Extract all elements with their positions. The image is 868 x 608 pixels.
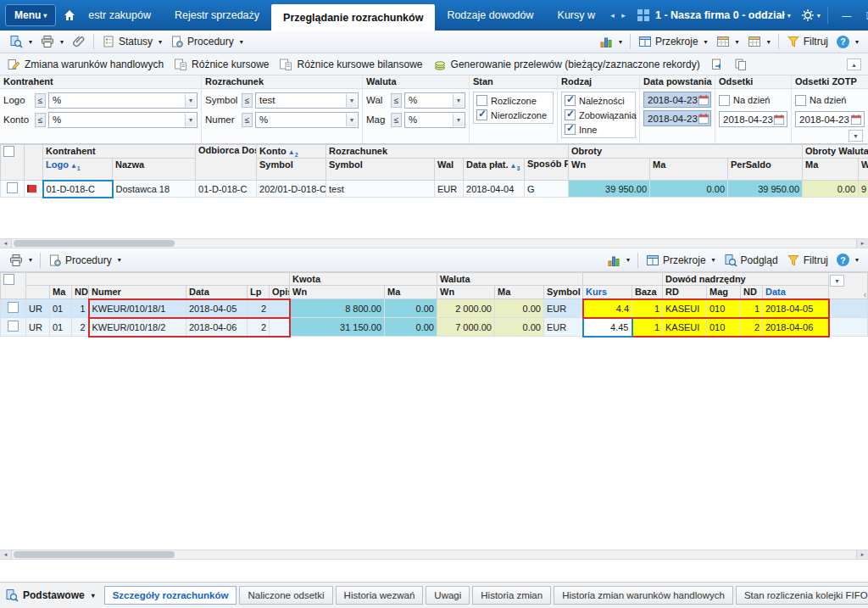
cell-sposob[interactable]: G	[525, 181, 569, 198]
cell-waluta-ma[interactable]: 0.00	[803, 181, 859, 198]
group-obroty-waluta[interactable]: Obroty Waluta	[803, 145, 868, 159]
chevron-down-icon[interactable]	[453, 114, 464, 126]
odsetki-date-field[interactable]: 2018-04-23	[719, 111, 787, 127]
col-lp[interactable]: Lp	[248, 286, 270, 299]
col-kwota-wn[interactable]: Wn	[290, 286, 385, 299]
logo-filter-select[interactable]: %	[48, 92, 198, 109]
minimize-button[interactable]	[835, 4, 859, 26]
przekroje-button[interactable]: Przekroje	[642, 252, 720, 269]
group-dowod-nadrzedny[interactable]: Dowód nadrzędny	[663, 273, 829, 286]
zotp-date-field[interactable]: 2018-04-23	[795, 111, 865, 127]
collapse-filter-button[interactable]	[849, 130, 863, 142]
calendar-icon[interactable]	[698, 94, 709, 106]
scroll-left-icon[interactable]	[0, 550, 12, 559]
cell-dowod-nd[interactable]: 1	[741, 299, 763, 318]
views-button[interactable]	[743, 33, 775, 50]
cell-symbol[interactable]: test	[326, 181, 435, 198]
logo-operator-button[interactable]: ≤	[35, 93, 46, 108]
collapse-grid-filter-button[interactable]	[830, 275, 844, 287]
chevron-left-icon[interactable]	[864, 290, 866, 299]
generowanie-przelewow-button[interactable]: Generowanie przelewów (bieżący/zaznaczon…	[433, 58, 700, 71]
checkbox[interactable]	[8, 321, 19, 332]
cell-kwota-wn[interactable]: 31 150.00	[290, 318, 385, 337]
cell-nd[interactable]: 2	[72, 318, 89, 337]
col-obroty-ma[interactable]: Ma	[650, 159, 728, 181]
col-wal[interactable]: Wal	[435, 159, 464, 181]
col-nd[interactable]: ND	[72, 286, 89, 299]
flag-cell[interactable]	[25, 181, 43, 198]
col-data2[interactable]: Data	[763, 286, 829, 299]
group-konto[interactable]: Konto2	[257, 145, 326, 159]
nierozliczone-checkbox-row[interactable]: Nierozliczone	[476, 109, 550, 121]
przekroje-button[interactable]: Przekroje	[634, 33, 712, 50]
scroll-right-icon[interactable]	[856, 550, 868, 559]
col-mag[interactable]: Mag	[707, 286, 741, 299]
odsetki-na-dzien-checkbox[interactable]	[719, 95, 730, 106]
tab-scroll-right-icon[interactable]	[618, 0, 629, 31]
zobowiazania-checkbox-row[interactable]: Zobowiązania	[565, 109, 632, 121]
inne-checkbox-row[interactable]: Inne	[565, 123, 632, 136]
odsetki-na-dzien-row[interactable]: Na dzień	[719, 92, 787, 109]
cell-obroty-ma[interactable]: 0.00	[650, 181, 728, 198]
cell-konto[interactable]: 202/01-D-018-C	[257, 181, 326, 198]
group-kontrahent[interactable]: Kontrahent	[43, 145, 196, 159]
cell-ma[interactable]: 01	[50, 299, 72, 318]
cell-odbiorca[interactable]: 01-D-018-C	[196, 181, 257, 198]
tab-rodzaje-dowodow[interactable]: Rodzaje dowodów	[435, 0, 545, 31]
chevron-down-icon[interactable]	[185, 94, 196, 107]
procedury-button[interactable]: Procedury	[166, 33, 248, 50]
tab-przegladanie-rozrachunkow[interactable]: Przeglądanie rozrachunków	[271, 4, 435, 31]
roznice-kursowe-bilansowe-button[interactable]: Różnice kursowe bilansowe	[279, 58, 422, 71]
cell-obroty-wn[interactable]: 39 950.00	[569, 181, 650, 198]
col-odbiorca-dostawca[interactable]: Odbiorca Dostawca	[196, 145, 257, 181]
col-rd-blank[interactable]	[26, 286, 50, 299]
chart-button[interactable]	[603, 252, 634, 269]
zotp-na-dzien-row[interactable]: Na dzień	[795, 92, 865, 109]
podstawowe-selector[interactable]: Podstawowe	[3, 588, 102, 602]
group-waluta[interactable]: Waluta	[437, 273, 583, 286]
tab-scroll-left-icon[interactable]	[607, 0, 618, 31]
cell-dowod-data[interactable]: 2018-04-05	[763, 299, 829, 318]
naleznosci-checkbox[interactable]	[565, 95, 576, 106]
chevron-down-icon[interactable]	[185, 114, 196, 126]
col-data-platnosci[interactable]: Data płat.3	[464, 159, 525, 181]
tab-uwagi[interactable]: Uwagi	[426, 586, 470, 605]
tab-rejestr-zakupow[interactable]: estr zakupów	[76, 0, 163, 31]
col-numer[interactable]: Numer	[89, 286, 186, 299]
cell-dowod-nd[interactable]: 2	[741, 318, 763, 337]
cell-waluta-ma[interactable]: 0.00	[495, 318, 544, 337]
cell-wal[interactable]: EUR	[435, 181, 464, 198]
cell-dowod-rd[interactable]: KASEUI	[663, 299, 707, 318]
cell-symbol[interactable]: EUR	[544, 318, 583, 337]
maximize-button[interactable]	[859, 4, 868, 26]
mag-filter-select[interactable]: %	[404, 112, 465, 128]
rozliczone-checkbox[interactable]	[476, 95, 487, 106]
cell-kwota-wn[interactable]: 8 800.00	[290, 299, 385, 318]
col-rd[interactable]: RD	[663, 286, 707, 299]
settlement-row[interactable]: 01-D-018-C Dostawca 18 01-D-018-C 202/01…	[1, 181, 868, 198]
chevron-down-icon[interactable]	[817, 12, 821, 20]
export-transfer-button[interactable]	[710, 58, 724, 71]
group-kwota[interactable]: Kwota	[290, 273, 437, 286]
select-all-checkbox[interactable]	[1, 273, 26, 299]
row-checkbox-cell[interactable]	[1, 299, 26, 318]
scrollbar-thumb[interactable]	[14, 551, 175, 558]
gear-icon[interactable]	[801, 8, 815, 22]
numer-filter-select[interactable]: %	[255, 112, 359, 128]
calendar-icon[interactable]	[698, 113, 709, 125]
col-waluta-ma[interactable]: Ma	[803, 159, 859, 181]
col-waluta-wn[interactable]: Wn	[437, 286, 495, 299]
chart-button[interactable]	[595, 33, 626, 50]
procedury-button[interactable]: Procedury	[44, 252, 125, 269]
chevron-down-icon[interactable]	[346, 114, 357, 126]
cell-logo[interactable]: 01-D-018-C	[43, 181, 113, 198]
cell-lp[interactable]: 2	[248, 299, 270, 318]
tab-stan-rozliczenia-fifo[interactable]: Stan rozliczenia kolejki FIFO	[736, 586, 868, 605]
checkbox[interactable]	[3, 274, 14, 285]
calendar-icon[interactable]	[850, 114, 862, 126]
cell-numer[interactable]: KWEUR/010/18/1	[89, 299, 186, 318]
chevron-down-icon[interactable]	[346, 94, 357, 107]
wal-filter-select[interactable]: %	[404, 92, 465, 109]
copy-button[interactable]	[734, 58, 748, 71]
cell-waluta-ma[interactable]: 0.00	[495, 299, 544, 318]
